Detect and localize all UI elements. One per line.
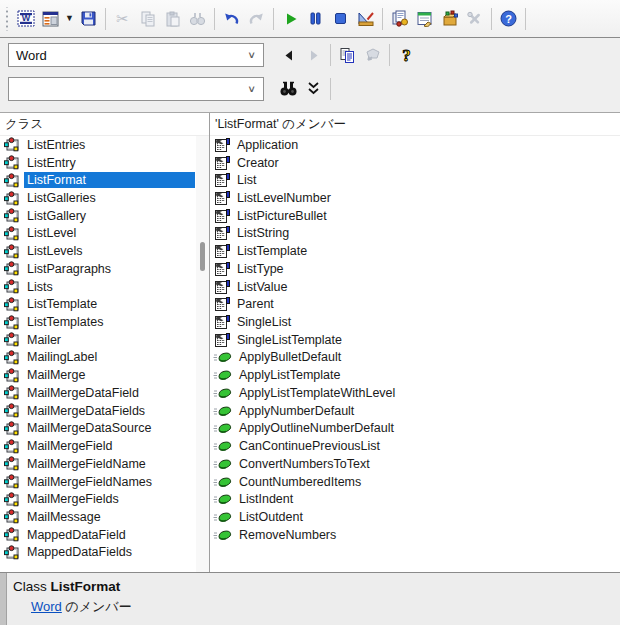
reset-button[interactable]	[328, 5, 353, 32]
class-list-item[interactable]: ListTemplate	[0, 295, 209, 313]
redo-button[interactable]	[244, 5, 269, 32]
member-list-item[interactable]: ListString	[210, 225, 620, 243]
standard-toolbar: W ▼ ✂	[0, 0, 620, 38]
toolbar-grip[interactable]	[4, 7, 11, 31]
toolbox-button[interactable]	[437, 5, 462, 32]
view-word-button[interactable]: W	[13, 5, 38, 32]
members-list[interactable]: ApplicationCreatorListListLevelNumberLis…	[210, 136, 620, 574]
member-list-item[interactable]: ApplyListTemplate	[210, 366, 620, 384]
go-back-button[interactable]	[276, 43, 301, 68]
class-icon	[3, 279, 20, 294]
design-mode-button[interactable]	[353, 5, 378, 32]
member-list-item[interactable]: ApplyOutlineNumberDefault	[210, 420, 620, 438]
class-list-item[interactable]: MailMergeDataSource	[0, 420, 209, 438]
member-list-item[interactable]: CanContinuePreviousList	[210, 437, 620, 455]
class-list-item[interactable]: ListFormat	[0, 171, 209, 189]
library-link[interactable]: Word	[31, 599, 62, 614]
run-button[interactable]	[278, 5, 303, 32]
class-list-item[interactable]: Mailer	[0, 331, 209, 349]
search-button[interactable]	[276, 76, 301, 101]
class-list-item[interactable]: ListEntry	[0, 154, 209, 172]
forward-icon	[309, 50, 319, 61]
member-list-item[interactable]: List	[210, 171, 620, 189]
copy-to-clipboard-button[interactable]	[335, 43, 360, 68]
chevron-down-icon: ∨	[247, 49, 256, 60]
method-icon	[213, 457, 232, 471]
classes-list[interactable]: ListEntriesListEntryListFormatListGaller…	[0, 136, 209, 574]
class-list-item[interactable]: MailMergeField	[0, 437, 209, 455]
member-list-item[interactable]: RemoveNumbers	[210, 526, 620, 544]
properties-window-button[interactable]	[412, 5, 437, 32]
member-list-item[interactable]: ApplyNumberDefault	[210, 402, 620, 420]
member-list-item[interactable]: ListTemplate	[210, 242, 620, 260]
cut-button[interactable]: ✂	[110, 5, 135, 32]
insert-object-dropdown[interactable]: ▼	[63, 5, 76, 32]
class-list-item[interactable]: ListTemplates	[0, 313, 209, 331]
item-label: ListOutdent	[236, 509, 306, 525]
class-list-item[interactable]: ListLevel	[0, 225, 209, 243]
item-label: MailMergeField	[24, 438, 115, 454]
member-list-item[interactable]: CountNumberedItems	[210, 473, 620, 491]
member-list-item[interactable]: ListIndent	[210, 490, 620, 508]
member-list-item[interactable]: Parent	[210, 295, 620, 313]
class-list-item[interactable]: ListLevels	[0, 242, 209, 260]
project-explorer-button[interactable]	[387, 5, 412, 32]
member-list-item[interactable]: SingleListTemplate	[210, 331, 620, 349]
save-button[interactable]	[76, 5, 101, 32]
classes-scrollbar[interactable]	[196, 136, 209, 574]
member-list-item[interactable]: SingleList	[210, 313, 620, 331]
class-list-item[interactable]: MailMergeFieldName	[0, 455, 209, 473]
svg-text:?: ?	[402, 46, 411, 65]
method-icon	[213, 492, 232, 506]
member-list-item[interactable]: ConvertNumbersToText	[210, 455, 620, 473]
class-icon	[3, 509, 20, 524]
class-list-item[interactable]: MailMergeFieldNames	[0, 473, 209, 491]
member-list-item[interactable]: ListType	[210, 260, 620, 278]
member-list-item[interactable]: Application	[210, 136, 620, 154]
library-combobox[interactable]: Word ∨	[8, 43, 264, 67]
class-list-item[interactable]: ListGallery	[0, 207, 209, 225]
class-icon	[3, 173, 20, 188]
help-button[interactable]: ?	[496, 5, 521, 32]
copy-button[interactable]	[135, 5, 160, 32]
class-list-item[interactable]: ListParagraphs	[0, 260, 209, 278]
find-button[interactable]	[185, 5, 210, 32]
class-list-item[interactable]: ListEntries	[0, 136, 209, 154]
break-button[interactable]	[303, 5, 328, 32]
class-list-item[interactable]: MailingLabel	[0, 349, 209, 367]
tools-button[interactable]	[462, 5, 487, 32]
insert-userform-button[interactable]	[38, 5, 63, 32]
class-list-item[interactable]: Lists	[0, 278, 209, 296]
item-label: Mailer	[24, 332, 64, 348]
show-definition-button[interactable]	[360, 43, 385, 68]
member-list-item[interactable]: ListLevelNumber	[210, 189, 620, 207]
member-list-item[interactable]: ListOutdent	[210, 508, 620, 526]
member-list-item[interactable]: Creator	[210, 154, 620, 172]
show-search-results-button[interactable]	[301, 76, 326, 101]
object-browser-help-button[interactable]: ?	[394, 43, 419, 68]
class-icon	[3, 191, 20, 206]
member-list-item[interactable]: ApplyBulletDefault	[210, 349, 620, 367]
class-list-item[interactable]: MappedDataField	[0, 526, 209, 544]
go-forward-button[interactable]	[301, 43, 326, 68]
class-list-item[interactable]: MailMessage	[0, 508, 209, 526]
search-combobox[interactable]: ∨	[8, 77, 264, 101]
member-list-item[interactable]: ListPictureBullet	[210, 207, 620, 225]
undo-button[interactable]	[219, 5, 244, 32]
double-chevron-down-icon	[307, 81, 320, 96]
class-list-item[interactable]: MailMergeDataField	[0, 384, 209, 402]
design-mode-icon	[357, 11, 375, 27]
class-icon	[3, 137, 20, 152]
paste-button[interactable]	[160, 5, 185, 32]
toolbar-separator	[330, 78, 331, 100]
member-list-item[interactable]: ListValue	[210, 278, 620, 296]
member-list-item[interactable]: ApplyListTemplateWithLevel	[210, 384, 620, 402]
class-list-item[interactable]: MailMergeFields	[0, 490, 209, 508]
item-label: MailMergeFieldName	[24, 456, 149, 472]
class-list-item[interactable]: MailMerge	[0, 366, 209, 384]
item-label: CanContinuePreviousList	[236, 438, 383, 454]
class-list-item[interactable]: MailMergeDataFields	[0, 402, 209, 420]
class-list-item[interactable]: ListGalleries	[0, 189, 209, 207]
class-list-item[interactable]: MappedDataFields	[0, 544, 209, 562]
scrollbar-thumb[interactable]	[200, 242, 205, 271]
